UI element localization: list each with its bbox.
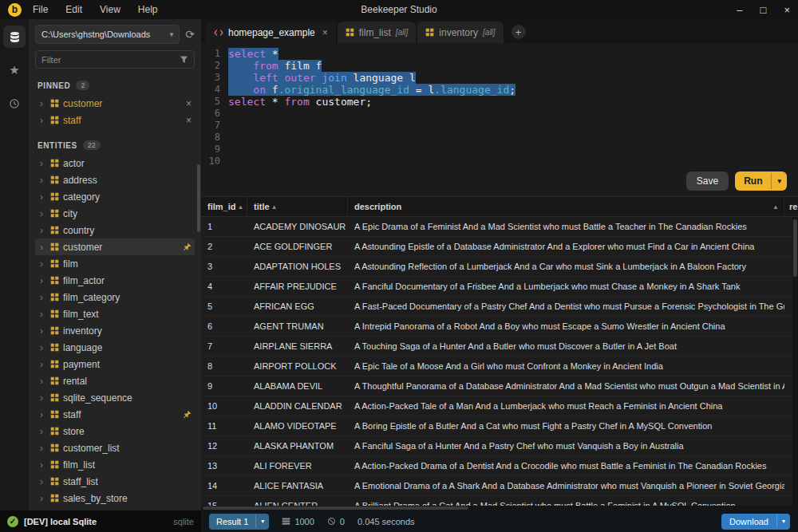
table-row[interactable]: 12ALASKA PHANTOMA Fanciful Saga of a Hun… [201,436,798,456]
tab-close-icon[interactable]: × [322,27,328,38]
pin-icon[interactable] [183,242,192,251]
column-header-film_id[interactable]: film_id▴ [201,197,247,216]
refresh-icon[interactable]: ⟳ [185,28,195,41]
chevron-right-icon[interactable]: › [40,115,46,126]
entity-customer_list[interactable]: ›customer_list [35,439,195,456]
table-row[interactable]: 8AIRPORT POLLOCKA Epic Tale of a Moose A… [201,357,798,376]
entity-film_actor[interactable]: ›film_actor [35,272,195,289]
table-row[interactable]: 14ALICE FANTASIAA Emotional Drama of a A… [201,476,798,496]
table-row[interactable]: 5AFRICAN EGGA Fast-Paced Documentary of … [201,297,798,317]
entity-sqlite_sequence[interactable]: ›sqlite_sequence [35,389,195,406]
table-row[interactable]: 11ALAMO VIDEOTAPEA Boring Epistle of a B… [201,416,798,436]
menu-help[interactable]: Help [138,4,158,15]
chevron-right-icon[interactable]: › [40,325,46,337]
results-vertical-scrollbar[interactable] [792,217,798,510]
sql-editor[interactable]: 1select *2 from film f3 left outer join … [201,43,798,171]
close-icon[interactable]: × [186,98,192,109]
chevron-right-icon[interactable]: › [40,409,46,420]
entity-film_text[interactable]: ›film_text [35,305,195,322]
entity-staff_list[interactable]: ›staff_list [35,473,195,490]
entity-payment[interactable]: ›payment [35,356,195,372]
chevron-right-icon[interactable]: › [40,359,46,370]
column-header-title[interactable]: title▴ [247,197,348,216]
connection-status[interactable]: [DEV] local Sqlite [24,517,97,526]
table-row[interactable]: 4AFFAIR PREJUDICEA Fanciful Documentary … [201,277,798,297]
pinned-item-customer[interactable]: ›customer× [35,95,195,112]
chevron-right-icon[interactable]: › [40,392,46,404]
table-row[interactable]: 9ALABAMA DEVILA Thoughtful Panorama of a… [201,376,798,396]
minimize-button[interactable]: – [737,4,742,16]
filter-input[interactable] [41,55,180,65]
menu-file[interactable]: File [33,4,48,15]
table-row[interactable]: 3ADAPTATION HOLESA Astounding Reflection… [201,257,798,277]
maximize-button[interactable]: □ [760,4,767,16]
run-button[interactable]: Run ▾ [735,171,787,191]
connection-selector[interactable]: C:\Users\ghstng\Downloads ▾ [35,25,180,44]
chevron-right-icon[interactable]: › [40,225,46,236]
entity-language[interactable]: ›language [35,339,195,356]
new-tab-button[interactable]: + [512,25,526,39]
results-horizontal-scrollbar[interactable] [201,506,792,510]
database-icon[interactable] [3,26,26,48]
chevron-right-icon[interactable]: › [40,258,46,270]
chevron-right-icon[interactable]: › [40,443,46,454]
chevron-right-icon[interactable]: › [40,98,46,109]
download-button[interactable]: Download ▾ [721,514,790,530]
favorites-star-icon[interactable]: ★ [3,59,26,81]
column-header-description[interactable]: description▴ [348,197,784,216]
chevron-right-icon[interactable]: › [40,208,46,219]
tab-homepage_example[interactable]: homepage_example× [206,22,336,43]
chevron-right-icon[interactable]: › [40,275,46,286]
tab-inventory[interactable]: inventory[all] [417,22,503,43]
chevron-right-icon[interactable]: › [40,376,46,387]
entity-country[interactable]: ›country [35,222,195,238]
run-options-caret-icon[interactable]: ▾ [771,173,787,189]
chevron-right-icon[interactable]: › [40,292,46,303]
entity-category[interactable]: ›category [35,188,195,205]
table-row[interactable]: 7AIRPLANE SIERRAA Touching Saga of a Hun… [201,337,798,357]
chevron-right-icon[interactable]: › [40,476,46,487]
entity-film_category[interactable]: ›film_category [35,289,195,305]
entity-film[interactable]: ›film [35,255,195,272]
entity-city[interactable]: ›city [35,205,195,222]
entity-actor[interactable]: ›actor [35,155,195,171]
sidebar-scrollbar[interactable] [197,164,200,232]
chevron-right-icon[interactable]: › [40,191,46,203]
close-button[interactable]: × [784,4,790,16]
entity-inventory[interactable]: ›inventory [35,322,195,339]
chevron-right-icon[interactable]: › [40,459,46,471]
chevron-right-icon[interactable]: › [40,426,46,437]
column-header-release_year[interactable]: release_year [784,197,798,216]
table-row[interactable]: 2ACE GOLDFINGERA Astounding Epistle of a… [201,237,798,257]
entity-film_list[interactable]: ›film_list [35,456,195,473]
entity-customer[interactable]: ›customer [35,238,195,255]
history-icon[interactable] [3,93,26,115]
chevron-right-icon[interactable]: › [40,158,46,169]
result-selector[interactable]: Result 1 ▾ [209,514,269,530]
pin-icon[interactable] [183,410,192,419]
table-row[interactable]: 1ACADEMY DINOSAURA Epic Drama of a Femin… [201,217,798,237]
table-row[interactable]: 13ALI FOREVERA Action-Packed Drama of a … [201,456,798,476]
result-selector-caret-icon: ▾ [255,514,269,528]
chevron-right-icon[interactable]: › [40,309,46,320]
pinned-item-staff[interactable]: ›staff× [35,112,195,128]
close-icon[interactable]: × [186,115,192,126]
menu-edit[interactable]: Edit [65,4,82,15]
chevron-right-icon[interactable]: › [40,493,46,504]
entity-sales_by_store[interactable]: ›sales_by_store [35,490,195,506]
entity-rental[interactable]: ›rental [35,372,195,389]
chevron-right-icon[interactable]: › [40,342,46,353]
entity-store[interactable]: ›store [35,423,195,439]
filter-funnel-icon[interactable] [180,55,188,64]
chevron-right-icon[interactable]: › [40,242,46,253]
entity-staff[interactable]: ›staff [35,406,195,423]
chevron-right-icon[interactable]: › [40,175,46,186]
entity-label: inventory [63,325,102,337]
tab-film_list[interactable]: film_list[all] [338,22,417,43]
save-button[interactable]: Save [686,171,729,191]
table-row[interactable]: 10ALADDIN CALENDARA Action-Packed Tale o… [201,396,798,416]
menu-view[interactable]: View [100,4,120,15]
entity-address[interactable]: ›address [35,171,195,188]
download-caret-icon[interactable]: ▾ [776,514,790,528]
table-row[interactable]: 6AGENT TRUMANA Intrepid Panorama of a Ro… [201,317,798,337]
